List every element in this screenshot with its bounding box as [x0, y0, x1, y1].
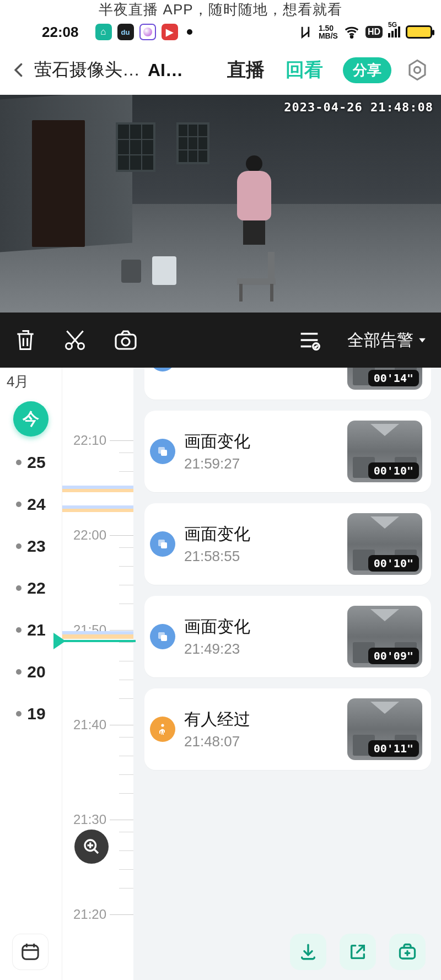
- event-time: 21:48:07: [184, 733, 338, 750]
- date-month-label: 4月: [0, 372, 29, 391]
- date-item-20[interactable]: 20: [16, 656, 45, 688]
- scene-door: [32, 120, 85, 247]
- svg-rect-5: [116, 335, 136, 349]
- video-toolbar: 全部告警: [0, 313, 441, 368]
- event-title: 画面变化: [184, 616, 338, 638]
- status-app-icon-1: ⌂: [95, 24, 112, 40]
- svg-rect-16: [161, 635, 167, 641]
- svg-point-2: [414, 67, 420, 73]
- svg-point-3: [66, 343, 72, 349]
- timeline-zoom-button[interactable]: [74, 830, 109, 864]
- event-card[interactable]: 00'14": [144, 368, 431, 400]
- scene-person: [237, 155, 271, 244]
- svg-point-4: [78, 343, 84, 349]
- calendar-button[interactable]: [12, 934, 49, 970]
- event-duration: 00'10": [368, 555, 419, 572]
- tab-playback[interactable]: 回看: [283, 54, 325, 86]
- timeline[interactable]: 22:10 22:00 21:50 21:40 21:30 21:20: [62, 368, 133, 980]
- nfc-icon: [298, 24, 313, 40]
- svg-rect-12: [161, 450, 167, 456]
- timeline-playhead[interactable]: [55, 640, 136, 642]
- filter-list-button[interactable]: [297, 327, 322, 353]
- scene-chair: [237, 252, 287, 301]
- scene-change-icon: [150, 439, 175, 464]
- event-title: 画面变化: [184, 430, 338, 453]
- ad-banner: 半夜直播 APP，随时随地，想看就看: [0, 0, 441, 19]
- date-item-25[interactable]: 25: [16, 446, 45, 478]
- event-duration: 00'10": [368, 462, 419, 479]
- date-item-24[interactable]: 24: [16, 488, 45, 520]
- delete-button[interactable]: [13, 328, 37, 352]
- event-time: 21:49:23: [184, 640, 338, 658]
- date-item-19[interactable]: 19: [16, 698, 45, 730]
- status-app-icon-3: [139, 24, 156, 40]
- status-app-icon-4: ▶: [162, 24, 178, 40]
- timeline-tick: 21:30: [62, 812, 110, 827]
- event-actions: [290, 934, 426, 970]
- status-net-speed: 1.50 MB/S: [319, 24, 338, 40]
- timeline-tick: 22:00: [62, 527, 110, 543]
- alert-filter-dropdown[interactable]: 全部告警: [347, 329, 428, 352]
- event-title: 有人经过: [184, 708, 338, 731]
- share-button[interactable]: 分享: [343, 57, 391, 83]
- timeline-tick: 21:20: [62, 907, 110, 922]
- date-item-23[interactable]: 23: [16, 530, 45, 562]
- status-hd-badge: HD: [365, 26, 383, 38]
- back-button[interactable]: [7, 59, 31, 81]
- event-duration: 00'09": [368, 648, 419, 664]
- status-app-icon-2: du: [117, 24, 134, 40]
- settings-button[interactable]: [400, 58, 434, 82]
- timeline-tick: 22:10: [62, 433, 110, 448]
- scene-change-icon: [150, 624, 175, 649]
- event-thumbnail[interactable]: 00'10": [347, 421, 422, 482]
- cloud-storage-button[interactable]: [389, 934, 426, 970]
- camera-title[interactable]: 萤石摄像头…: [34, 58, 140, 82]
- person-pass-icon: [150, 717, 175, 742]
- svg-marker-1: [410, 61, 425, 80]
- event-thumbnail[interactable]: 00'11": [347, 698, 422, 760]
- scene-change-icon: [150, 531, 175, 557]
- wifi-icon: [343, 24, 360, 40]
- timeline-tick: 21:40: [62, 717, 110, 733]
- event-thumbnail[interactable]: 00'14": [347, 368, 422, 390]
- open-external-button[interactable]: [340, 934, 376, 970]
- svg-rect-14: [161, 542, 167, 548]
- event-card[interactable]: 有人经过 21:48:07 00'11": [144, 688, 431, 770]
- event-thumbnail[interactable]: 00'09": [347, 606, 422, 667]
- event-title: 画面变化: [184, 523, 338, 546]
- snapshot-button[interactable]: [112, 327, 139, 353]
- date-item-22[interactable]: 22: [16, 572, 45, 604]
- status-time: 22:08: [9, 24, 90, 41]
- event-card[interactable]: 画面变化 21:59:27 00'10": [144, 411, 431, 492]
- svg-point-6: [122, 338, 130, 346]
- svg-point-17: [161, 724, 164, 726]
- app-header: 萤石摄像头… AI… 直播 回看 分享: [0, 45, 441, 95]
- download-button[interactable]: [290, 934, 326, 970]
- svg-point-0: [351, 36, 353, 38]
- event-list[interactable]: 00'14" 画面变化 21:59:27 00'10" 画面变化 21:58:5…: [133, 368, 441, 980]
- event-card[interactable]: 画面变化 21:58:55 00'10": [144, 503, 431, 585]
- playback-body: 4月 今 25 24 23 22 21 20 19 22:10 22:00 21…: [0, 368, 441, 980]
- event-time: 21:59:27: [184, 455, 338, 472]
- video-timestamp-overlay: 2023-04-26 21:48:08: [284, 100, 433, 114]
- video-player[interactable]: 2023-04-26 21:48:08: [0, 95, 441, 313]
- status-dot-icon: [187, 29, 192, 35]
- signal-5g-icon: 5G: [388, 26, 400, 37]
- event-thumbnail[interactable]: 00'10": [347, 513, 422, 575]
- date-today[interactable]: 今: [13, 401, 49, 437]
- event-duration: 00'11": [368, 740, 419, 757]
- clip-button[interactable]: [63, 328, 87, 352]
- event-time: 21:58:55: [184, 548, 338, 565]
- battery-icon: [406, 25, 432, 39]
- tab-live[interactable]: 直播: [225, 54, 267, 86]
- scene-change-icon: [150, 368, 175, 371]
- date-item-21[interactable]: 21: [16, 614, 45, 646]
- date-rail[interactable]: 4月 今 25 24 23 22 21 20 19: [0, 368, 62, 980]
- status-bar: 22:08 ⌂ du ▶ 1.50 MB/S HD 5G: [0, 19, 441, 45]
- svg-rect-19: [23, 945, 38, 959]
- event-duration: 00'14": [368, 370, 419, 386]
- ai-button[interactable]: AI…: [148, 60, 183, 80]
- event-card[interactable]: 画面变化 21:49:23 00'09": [144, 596, 431, 677]
